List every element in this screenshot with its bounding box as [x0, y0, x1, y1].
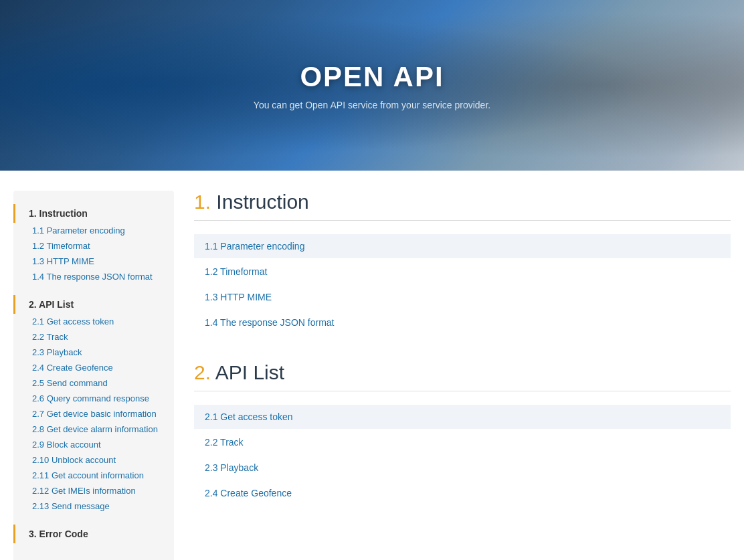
sidebar-section-title-api-list[interactable]: 2. API List — [13, 295, 174, 314]
content-item-1-2[interactable]: 1.2 Timeformat — [194, 260, 731, 284]
content-item-1-3[interactable]: 1.3 HTTP MIME — [194, 285, 731, 309]
sidebar-section-title-error-code[interactable]: 3. Error Code — [13, 525, 174, 543]
sidebar-item-2-8[interactable]: 2.8 Get device alarm information — [13, 422, 174, 437]
content-item-2-1[interactable]: 2.1 Get access token — [194, 405, 731, 429]
section-title-api-list: 2. API List — [194, 361, 731, 384]
content-item-2-4[interactable]: 2.4 Create Geofence — [194, 481, 731, 505]
content-section-api-list: 2. API List 2.1 Get access token 2.2 Tra… — [194, 361, 731, 505]
content-item-2-2[interactable]: 2.2 Track — [194, 430, 731, 454]
sidebar-section-api-list: 2. API List 2.1 Get access token 2.2 Tra… — [13, 295, 174, 514]
sidebar-item-2-7[interactable]: 2.7 Get device basic information — [13, 406, 174, 422]
section-title-instruction: 1. Instruction — [194, 191, 731, 213]
sidebar-item-2-9[interactable]: 2.9 Block account — [13, 437, 174, 452]
content-item-1-4[interactable]: 1.4 The response JSON format — [194, 310, 731, 335]
sidebar-item-2-4[interactable]: 2.4 Create Geofence — [13, 360, 174, 375]
sidebar-section-title-instruction[interactable]: 1. Instruction — [13, 204, 174, 223]
sidebar-section-instruction: 1. Instruction 1.1 Parameter encoding 1.… — [13, 204, 174, 284]
sidebar-item-1-2[interactable]: 1.2 Timeformat — [13, 238, 174, 254]
sidebar-item-2-13[interactable]: 2.13 Send message — [13, 498, 174, 514]
sidebar: 1. Instruction 1.1 Parameter encoding 1.… — [13, 191, 174, 560]
sidebar-section-error-code: 3. Error Code — [13, 525, 174, 543]
sidebar-item-1-4[interactable]: 1.4 The response JSON format — [13, 269, 174, 284]
sidebar-item-2-6[interactable]: 2.6 Query command response — [13, 391, 174, 406]
divider-api-list — [194, 391, 731, 391]
hero-banner: OPEN API You can get Open API service fr… — [0, 0, 744, 171]
content-item-2-3[interactable]: 2.3 Playback — [194, 456, 731, 480]
sidebar-item-2-1[interactable]: 2.1 Get access token — [13, 314, 174, 329]
sidebar-item-2-2[interactable]: 2.2 Track — [13, 329, 174, 345]
sidebar-item-1-1[interactable]: 1.1 Parameter encoding — [13, 223, 174, 238]
sidebar-item-1-3[interactable]: 1.3 HTTP MIME — [13, 254, 174, 269]
hero-title: OPEN API — [300, 61, 444, 93]
divider-instruction — [194, 220, 731, 221]
main-layout: 1. Instruction 1.1 Parameter encoding 1.… — [0, 171, 744, 560]
content-item-1-1[interactable]: 1.1 Parameter encoding — [194, 234, 731, 258]
main-content: 1. Instruction 1.1 Parameter encoding 1.… — [194, 191, 731, 560]
sidebar-item-2-10[interactable]: 2.10 Unblock account — [13, 452, 174, 468]
sidebar-item-2-11[interactable]: 2.11 Get account information — [13, 468, 174, 483]
content-section-instruction: 1. Instruction 1.1 Parameter encoding 1.… — [194, 191, 731, 335]
sidebar-item-2-3[interactable]: 2.3 Playback — [13, 345, 174, 360]
sidebar-item-2-12[interactable]: 2.12 Get IMEIs information — [13, 483, 174, 498]
hero-subtitle: You can get Open API service from your s… — [254, 100, 490, 110]
sidebar-item-2-5[interactable]: 2.5 Send command — [13, 375, 174, 391]
